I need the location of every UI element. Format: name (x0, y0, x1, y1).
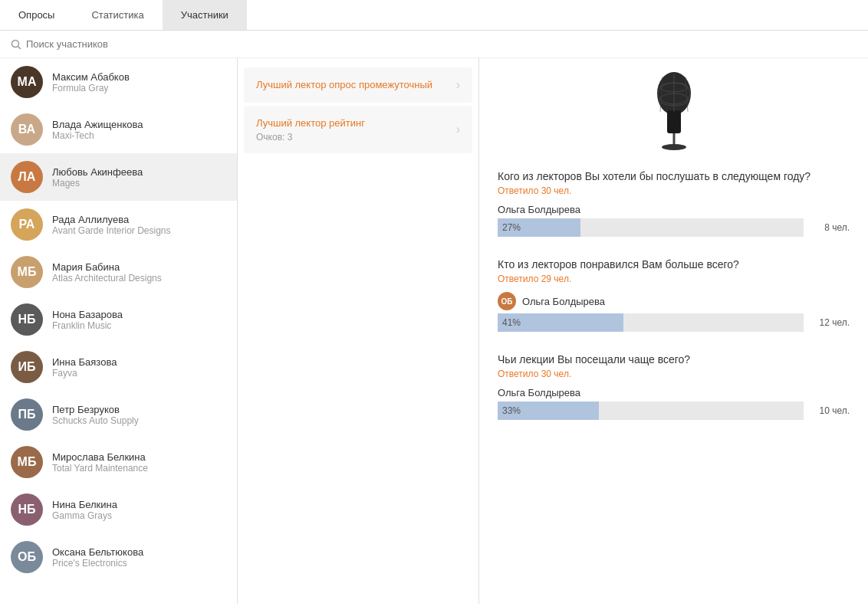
tab-stats[interactable]: Статистика (73, 0, 162, 30)
answer-option: Ольга Болдырева 33% 10 чел. (498, 387, 850, 420)
participant-name: Мирослава Белкина (52, 451, 148, 463)
bar-row: 41% 12 чел. (498, 313, 850, 332)
participant-item[interactable]: МБ Мирослава Белкина Total Yard Maintena… (0, 438, 237, 486)
participant-info: Инна Баязова Fayva (52, 356, 117, 379)
participant-item[interactable]: НБ Нона Базарова Franklin Music (0, 296, 237, 343)
bar-fill: 27% (498, 218, 580, 237)
survey-info: Лучший лектор рейтинг Очков: 3 (256, 116, 365, 143)
participant-item[interactable]: МА Максим Абабков Formula Gray (0, 58, 237, 106)
participant-company: Franklin Music (52, 320, 123, 331)
participant-info: Петр Безруков Schucks Auto Supply (52, 404, 139, 426)
question-text: Кто из лекторов понравился Вам больше вс… (498, 258, 850, 270)
participant-name: Влада Ажищенкова (52, 119, 143, 130)
participant-company: Maxi-Tech (52, 130, 143, 141)
participant-company: Schucks Auto Supply (52, 415, 139, 426)
search-bar (0, 31, 868, 58)
avatar: ПБ (11, 398, 43, 431)
svg-point-5 (662, 144, 686, 150)
participant-company: Atlas Architectural Designs (52, 273, 162, 284)
chevron-right-icon: › (456, 123, 460, 136)
participant-name: Петр Безруков (52, 404, 139, 415)
avatar: ВА (11, 113, 43, 146)
bar-row: 27% 8 чел. (498, 218, 850, 237)
participant-company: Mages (52, 178, 143, 188)
avatar: ИБ (11, 351, 43, 383)
participant-company: Formula Gray (52, 83, 130, 93)
participant-item[interactable]: ЛА Любовь Акинфеева Mages (0, 153, 237, 201)
participant-company: Gamma Grays (52, 510, 117, 521)
response-count: Ответило 30 чел. (498, 185, 850, 196)
avatar: ОБ (11, 541, 43, 573)
search-icon (11, 39, 21, 50)
question-block: Чьи лекции Вы посещали чаще всего? Ответ… (498, 353, 850, 420)
answer-name: Ольга Болдырева (498, 204, 580, 215)
bar-count: 8 чел. (804, 222, 850, 233)
answer-label-row: ОБ Ольга Болдырева (498, 292, 850, 310)
bar-count: 10 чел. (804, 405, 850, 416)
main-layout: МА Максим Абабков Formula Gray ВА Влада … (0, 58, 868, 604)
svg-point-0 (12, 40, 19, 47)
participant-info: Нина Белкина Gamma Grays (52, 499, 117, 521)
tab-participants[interactable]: Участники (163, 0, 247, 30)
survey-info: Лучший лектор опрос промежуточный (256, 78, 432, 92)
question-text: Чьи лекции Вы посещали чаще всего? (498, 353, 850, 366)
participant-name: Инна Баязова (52, 356, 117, 368)
tabs-bar: Опросы Статистика Участники (0, 0, 868, 31)
microphone-icon (643, 70, 705, 155)
answer-avatar: ОБ (498, 292, 516, 310)
question-block: Кто из лекторов понравился Вам больше вс… (498, 258, 850, 332)
participant-item[interactable]: НБ Нина Белкина Gamma Grays (0, 486, 237, 533)
answer-label-row: Ольга Болдырева (498, 387, 850, 398)
bar-container: 27% (498, 218, 804, 237)
response-count: Ответило 30 чел. (498, 369, 850, 379)
results-panel: Кого из лекторов Вы хотели бы послушать … (479, 58, 868, 604)
participant-item[interactable]: РА Рада Аллилуева Avant Garde Interior D… (0, 201, 237, 248)
participants-list: МА Максим Абабков Formula Gray ВА Влада … (0, 58, 238, 604)
participant-name: Оксана Бельтюкова (52, 546, 143, 558)
avatar: МБ (11, 256, 43, 288)
participant-item[interactable]: ВА Влада Ажищенкова Maxi-Tech (0, 106, 237, 153)
survey-item[interactable]: Лучший лектор опрос промежуточный › (244, 67, 472, 103)
participant-info: Нона Базарова Franklin Music (52, 309, 123, 331)
participant-name: Максим Абабков (52, 71, 130, 83)
survey-title: Лучший лектор опрос промежуточный (256, 78, 432, 92)
participant-name: Нона Базарова (52, 309, 123, 320)
participant-item[interactable]: ПБ Петр Безруков Schucks Auto Supply (0, 391, 237, 438)
question-block: Кого из лекторов Вы хотели бы послушать … (498, 170, 850, 237)
surveys-panel: Лучший лектор опрос промежуточный › Лучш… (238, 58, 479, 604)
avatar: МБ (11, 446, 43, 478)
bar-row: 33% 10 чел. (498, 402, 850, 420)
participant-item[interactable]: ИБ Инна Баязова Fayva (0, 343, 237, 391)
bar-fill: 33% (498, 402, 599, 420)
microphone-container (498, 70, 850, 155)
avatar: РА (11, 208, 43, 241)
bar-count: 12 чел. (804, 317, 850, 328)
participant-info: Мария Бабина Atlas Architectural Designs (52, 261, 162, 284)
avatar: НБ (11, 303, 43, 336)
answer-option: Ольга Болдырева 27% 8 чел. (498, 204, 850, 237)
answer-label-row: Ольга Болдырева (498, 204, 850, 215)
participant-company: Fayva (52, 368, 117, 379)
participant-info: Рада Аллилуева Avant Garde Interior Desi… (52, 214, 171, 236)
avatar: НБ (11, 493, 43, 526)
bar-container: 41% (498, 313, 804, 332)
participant-company: Total Yard Maintenance (52, 463, 148, 474)
survey-item[interactable]: Лучший лектор рейтинг Очков: 3 › (244, 106, 472, 153)
participant-company: Price's Electronics (52, 558, 143, 569)
participant-item[interactable]: МБ Мария Бабина Atlas Architectural Desi… (0, 248, 237, 296)
avatar: ЛА (11, 161, 43, 193)
participant-item[interactable]: ОБ Оксана Бельтюкова Price's Electronics (0, 533, 237, 581)
answer-option: ОБ Ольга Болдырева 41% 12 чел. (498, 292, 850, 332)
survey-title: Лучший лектор рейтинг (256, 116, 365, 130)
participant-name: Рада Аллилуева (52, 214, 171, 225)
question-text: Кого из лекторов Вы хотели бы послушать … (498, 170, 850, 182)
participant-info: Оксана Бельтюкова Price's Electronics (52, 546, 143, 569)
participant-company: Avant Garde Interior Designs (52, 225, 171, 236)
participant-name: Мария Бабина (52, 261, 162, 273)
bar-container: 33% (498, 402, 804, 420)
answer-name: Ольга Болдырева (522, 296, 605, 307)
search-input[interactable] (26, 38, 179, 50)
tab-surveys[interactable]: Опросы (0, 0, 73, 30)
response-count: Ответило 29 чел. (498, 274, 850, 284)
questions-container: Кого из лекторов Вы хотели бы послушать … (498, 170, 850, 420)
